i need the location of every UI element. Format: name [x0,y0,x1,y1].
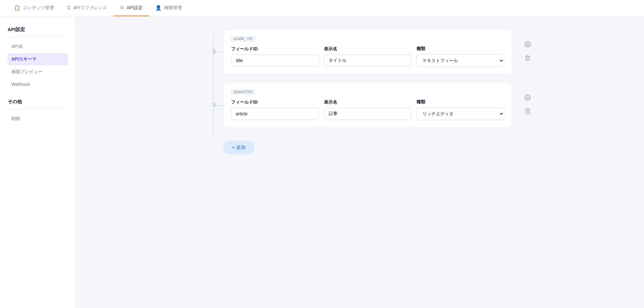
card2-displayname-header: 表示名 [324,99,412,105]
card2-type-header: 種類 [416,99,504,105]
card2-fieldid-input[interactable] [231,108,319,120]
content-icon: 📋 [14,5,20,11]
svg-point-0 [527,44,529,45]
card1-type-col: 種類 テキストフィール リッチエディタ 数値 真偽値 [416,46,504,67]
card1-delete-button[interactable] [523,54,532,64]
tab-api-settings-label: API設定 [127,5,143,11]
card2-type-select[interactable]: テキストフィール リッチエディタ 数値 真偽値 [416,107,504,120]
sidebar-divider2 [8,109,68,109]
card1-settings-button[interactable] [523,40,532,50]
card1-displayname-col: 表示名 [324,46,412,67]
drag-handle-2[interactable]: ⠿ [212,102,216,109]
card2-settings-button[interactable] [523,93,532,104]
card1-displayname-header: 表示名 [324,46,412,52]
card1-type-header: 種類 [416,46,504,52]
schema-card-2: ⠿ ISU43fTFG フィールドID 表示名 [223,82,512,128]
card1-columns: フィールドID 表示名 種類 テキストフィール [231,46,504,67]
tab-permissions[interactable]: 👤 権限管理 [149,0,188,16]
sidebar-item-delete[interactable]: 削除 [8,113,68,125]
tab-api-ref-label: APIリファレンス [73,5,107,11]
sidebar-item-api-schema[interactable]: APIスキーマ [8,53,68,65]
card1-fieldid-input[interactable] [231,55,319,67]
card2-displayname-col: 表示名 [324,99,412,120]
sidebar-item-webhook[interactable]: Webhook [8,79,68,90]
add-field-button[interactable]: + 追加 [223,141,254,154]
api-ref-icon: ⇅ [67,5,71,11]
card2-type-col: 種類 テキストフィール リッチエディタ 数値 真偽値 [416,99,504,120]
tab-api-ref[interactable]: ⇅ APIリファレンス [60,0,113,16]
card2-fieldid-header: フィールドID [231,99,319,105]
card-wrapper-1: ⠿ pJaGR_rVS フィールドID 表示名 [223,29,512,75]
sidebar: API設定 API名 APIスキーマ 画面プレビュー Webhook その他 削… [0,16,76,308]
sidebar-section2-title: その他 [8,99,68,105]
card1-actions [523,40,532,64]
tab-permissions-label: 権限管理 [164,5,182,11]
card2-actions [523,93,532,117]
card2-delete-button[interactable] [523,107,532,117]
tab-content-label: コンテンツ管理 [23,5,54,11]
card1-fieldid-col: フィールドID [231,46,319,67]
cards-list: ⠿ pJaGR_rVS フィールドID 表示名 [208,29,512,154]
schema-area: ⠿ pJaGR_rVS フィールドID 表示名 [208,29,512,154]
tab-content[interactable]: 📋 コンテンツ管理 [8,0,60,16]
main-content: ⠿ pJaGR_rVS フィールドID 表示名 [76,16,644,308]
main-layout: API設定 API名 APIスキーマ 画面プレビュー Webhook その他 削… [0,16,644,308]
sidebar-divider1 [8,36,68,37]
card2-columns: フィールドID 表示名 種類 テキストフィール [231,99,504,120]
sidebar-section1-title: API設定 [8,27,68,33]
sidebar-item-api-name[interactable]: API名 [8,41,68,53]
card1-tag: pJaGR_rVS [231,36,255,42]
tab-api-settings[interactable]: ⚙ API設定 [113,0,149,16]
card2-fieldid-col: フィールドID [231,99,319,120]
add-button-wrapper: + 追加 [223,138,512,154]
sidebar-item-preview[interactable]: 画面プレビュー [8,66,68,78]
drag-handle-1[interactable]: ⠿ [212,48,216,55]
card2-tag: ISU43fTFG [231,89,255,95]
api-settings-icon: ⚙ [120,5,124,11]
card-wrapper-2: ⠿ ISU43fTFG フィールドID 表示名 [223,82,512,128]
schema-card-1: ⠿ pJaGR_rVS フィールドID 表示名 [223,29,512,75]
card1-displayname-input[interactable] [324,55,412,67]
svg-point-1 [527,97,529,99]
top-nav: 📋 コンテンツ管理 ⇅ APIリファレンス ⚙ API設定 👤 権限管理 [0,0,644,16]
card1-fieldid-header: フィールドID [231,46,319,52]
card1-type-select[interactable]: テキストフィール リッチエディタ 数値 真偽値 [416,54,504,67]
card2-displayname-input[interactable] [324,108,412,120]
permissions-icon: 👤 [155,5,162,11]
